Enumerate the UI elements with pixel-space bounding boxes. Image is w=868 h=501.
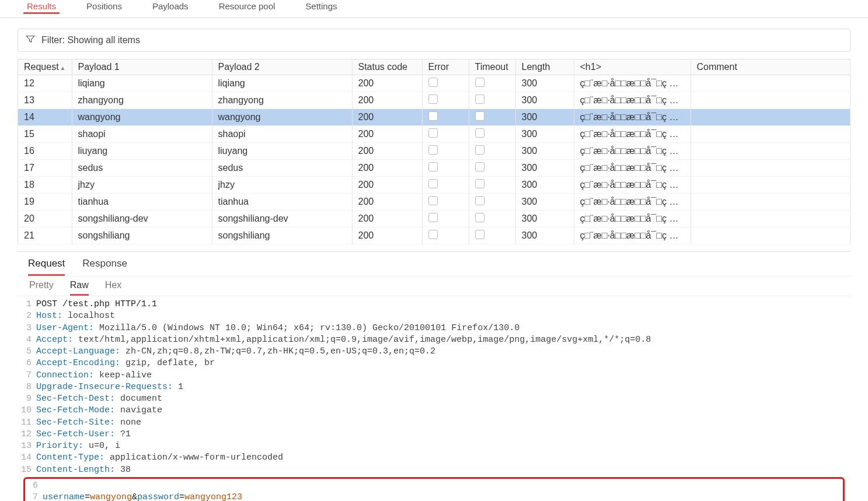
table-row[interactable]: 16liuyangliuyang200300ç□¨æ□·å□□æ□□å¯□ç … — [18, 143, 850, 160]
table-row[interactable]: 17sedussedus200300ç□¨æ□·å□□æ□□å¯□ç … — [18, 160, 850, 177]
cell-request: 20 — [18, 211, 72, 227]
cell-timeout — [469, 126, 515, 143]
cell-length: 300 — [515, 194, 574, 211]
cell-length: 300 — [515, 92, 574, 109]
line-number: 3 — [20, 323, 36, 334]
cell-request: 21 — [18, 227, 72, 244]
cell-h1: ç□¨æ□·å□□æ□□å¯□ç … — [574, 194, 691, 211]
cell-payload1: shaopi — [72, 126, 212, 143]
filter-label: Filter: Showing all items — [41, 35, 140, 45]
table-row[interactable]: 18jhzyjhzy200300ç□¨æ□·å□□æ□□å¯□ç … — [18, 177, 850, 194]
cell-payload1: songshiliang-dev — [72, 211, 212, 227]
line-number: 7 — [26, 492, 43, 501]
table-row[interactable]: 13zhangyongzhangyong200300ç□¨æ□·å□□æ□□å¯… — [18, 92, 850, 109]
cell-timeout — [469, 194, 515, 211]
cell-h1: ç□¨æ□·å□□æ□□å¯□ç … — [574, 177, 691, 194]
cell-payload1: wangyong — [72, 109, 212, 126]
view-tab-pretty[interactable]: Pretty — [29, 280, 54, 296]
tab-results[interactable]: Results — [23, 0, 60, 14]
filter-bar[interactable]: Filter: Showing all items — [18, 29, 850, 52]
checkbox-icon — [475, 179, 484, 188]
cell-request: 19 — [18, 194, 72, 211]
col-timeout[interactable]: Timeout — [469, 59, 515, 75]
col-status[interactable]: Status code — [352, 59, 422, 75]
cell-payload2: wangyong — [212, 109, 352, 126]
cell-error — [422, 109, 469, 126]
cell-h1: ç□¨æ□·å□□æ□□å¯□ç … — [574, 92, 691, 109]
col-comment[interactable]: Comment — [691, 59, 850, 75]
cell-error — [422, 160, 469, 177]
cell-payload1: sedus — [72, 160, 212, 177]
table-row[interactable]: 15shaopishaopi200300ç□¨æ□·å□□æ□□å¯□ç … — [18, 126, 850, 143]
view-tab-raw[interactable]: Raw — [70, 280, 89, 296]
cell-length: 300 — [515, 160, 574, 177]
col-error[interactable]: Error — [422, 59, 469, 75]
sort-asc-icon: ▲ — [60, 65, 66, 71]
cell-payload2: songshiliang — [212, 227, 352, 244]
cell-timeout — [469, 211, 515, 227]
cell-payload2: jhzy — [212, 177, 352, 194]
raw-request[interactable]: 1POST /test.php HTTP/1.12Host: localhost… — [18, 296, 850, 501]
line-number: 2 — [20, 310, 36, 322]
raw-text: Sec-Fetch-Site: none — [36, 417, 141, 429]
raw-text: Accept-Language: zh-CN,zh;q=0.8,zh-TW;q=… — [36, 346, 435, 358]
raw-text: Upgrade-Insecure-Requests: 1 — [36, 381, 183, 393]
raw-text: Priority: u=0, i — [36, 440, 120, 452]
col-request[interactable]: Request▲ — [18, 59, 72, 75]
tab-positions[interactable]: Positions — [83, 0, 126, 14]
cell-error — [422, 177, 469, 194]
cell-payload1: jhzy — [72, 177, 212, 194]
cell-payload2: zhangyong — [212, 92, 352, 109]
tab-settings[interactable]: Settings — [302, 0, 340, 14]
col-length[interactable]: Length — [515, 59, 574, 75]
table-header-row: Request▲ Payload 1 Payload 2 Status code… — [18, 59, 850, 75]
line-number: 7 — [20, 370, 36, 381]
cell-length: 300 — [515, 227, 574, 244]
detail-tab-request[interactable]: Request — [28, 258, 65, 276]
cell-h1: ç□¨æ□·å□□æ□□å¯□ç … — [574, 160, 691, 177]
cell-status: 200 — [352, 211, 422, 227]
raw-text: POST /test.php HTTP/1.1 — [36, 299, 157, 310]
cell-payload1: liuyang — [72, 143, 212, 160]
detail-tab-response[interactable]: Response — [82, 258, 127, 276]
view-tab-hex[interactable]: Hex — [105, 280, 121, 296]
table-row[interactable]: 12liqiangliqiang200300ç□¨æ□·å□□æ□□å¯□ç … — [18, 75, 850, 92]
cell-comment — [691, 109, 850, 126]
top-tabs: Results Positions Payloads Resource pool… — [0, 0, 868, 18]
cell-request: 17 — [18, 160, 72, 177]
results-table: Request▲ Payload 1 Payload 2 Status code… — [18, 59, 850, 244]
checkbox-icon — [428, 179, 438, 188]
checkbox-icon — [475, 230, 484, 239]
col-payload2[interactable]: Payload 2 — [212, 59, 352, 75]
tab-resource-pool[interactable]: Resource pool — [215, 0, 279, 14]
line-number: 5 — [20, 346, 36, 358]
line-number: 6 — [26, 480, 43, 492]
cell-error — [422, 211, 469, 227]
cell-request: 13 — [18, 92, 72, 109]
table-row[interactable]: 20songshiliang-devsongshiliang-dev200300… — [18, 211, 850, 227]
col-h1[interactable]: <h1> — [574, 59, 691, 75]
cell-error — [422, 126, 469, 143]
checkbox-icon — [475, 145, 484, 155]
checkbox-icon — [428, 145, 438, 155]
cell-length: 300 — [515, 143, 574, 160]
cell-error — [422, 75, 469, 92]
cell-length: 300 — [515, 177, 574, 194]
request-body: username=wangyong&password=wangyong123 — [43, 492, 242, 501]
cell-comment — [691, 194, 850, 211]
table-row[interactable]: 14wangyongwangyong200300ç□¨æ□·å□□æ□□å¯□ç… — [18, 109, 850, 126]
table-row[interactable]: 19tianhuatianhua200300ç□¨æ□·å□□æ□□å¯□ç … — [18, 194, 850, 211]
cell-h1: ç□¨æ□·å□□æ□□å¯□ç … — [574, 75, 691, 92]
checkbox-icon — [428, 162, 438, 171]
line-number: 13 — [20, 440, 36, 452]
tab-payloads[interactable]: Payloads — [149, 0, 192, 14]
table-row[interactable]: 21songshiliangsongshiliang200300ç□¨æ□·å□… — [18, 227, 850, 244]
cell-h1: ç□¨æ□·å□□æ□□å¯□ç … — [574, 227, 691, 244]
cell-h1: ç□¨æ□·å□□æ□□å¯□ç … — [574, 143, 691, 160]
col-payload1[interactable]: Payload 1 — [72, 59, 212, 75]
cell-payload2: songshiliang-dev — [212, 211, 352, 227]
checkbox-icon — [428, 111, 438, 121]
cell-status: 200 — [352, 143, 422, 160]
raw-text: Content-Length: 38 — [36, 464, 131, 476]
cell-status: 200 — [352, 160, 422, 177]
